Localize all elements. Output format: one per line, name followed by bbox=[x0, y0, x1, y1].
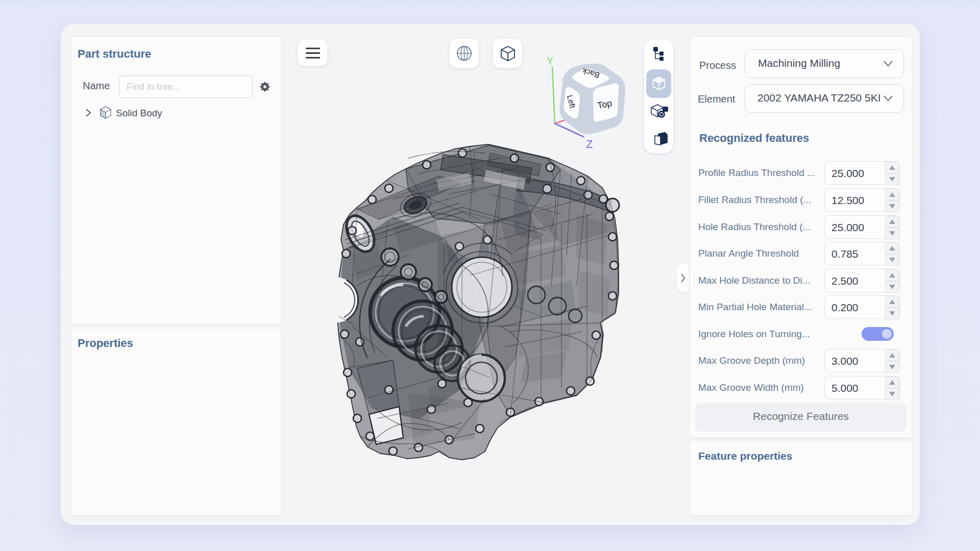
svg-text:Y: Y bbox=[547, 55, 553, 66]
svg-text:Z: Z bbox=[586, 138, 593, 151]
